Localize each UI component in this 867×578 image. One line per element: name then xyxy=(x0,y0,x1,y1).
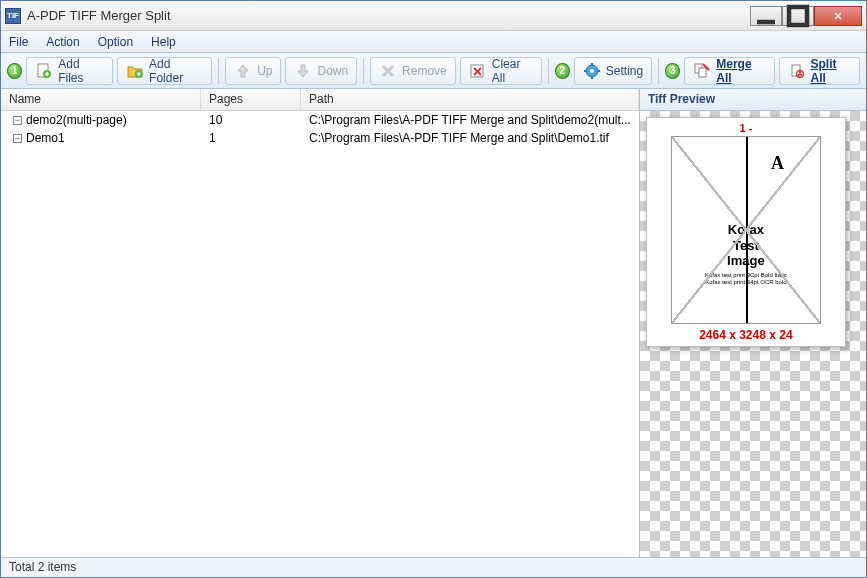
maximize-button[interactable] xyxy=(782,6,814,26)
collapse-icon[interactable]: − xyxy=(13,134,22,143)
preview-letter: A xyxy=(771,153,784,174)
preview-card: 1 - A KofaxTestImage Kofax test print 3C… xyxy=(646,117,846,347)
status-bar: Total 2 items xyxy=(1,557,866,577)
menu-file[interactable]: File xyxy=(9,35,28,49)
menu-action[interactable]: Action xyxy=(46,35,79,49)
preview-divider xyxy=(746,137,748,323)
merge-icon xyxy=(693,62,711,80)
preview-small-text: Kofax test print 3Cpi Bold ItalicKofax t… xyxy=(676,272,816,286)
cell-path: C:\Program Files\A-PDF TIFF Merge and Sp… xyxy=(301,112,639,128)
add-folder-icon xyxy=(126,62,144,80)
cell-name: demo2(multi-page) xyxy=(26,113,127,127)
arrow-up-icon xyxy=(234,62,252,80)
status-text: Total 2 items xyxy=(9,560,76,574)
preview-panel: Tiff Preview 1 - A KofaxTestImage Kofax … xyxy=(640,89,866,557)
step-3-badge: 3 xyxy=(665,63,680,79)
cell-path: C:\Program Files\A-PDF TIFF Merge and Sp… xyxy=(301,130,639,146)
remove-icon xyxy=(379,62,397,80)
arrow-down-icon xyxy=(294,62,312,80)
toolbar: 1 Add Files Add Folder Up Down Remove Cl… xyxy=(1,53,866,89)
title-bar: TIF A-PDF TIFF Merger Split xyxy=(1,1,866,31)
clear-all-label: Clear All xyxy=(492,57,533,85)
toolbar-separator xyxy=(658,58,659,84)
close-button[interactable] xyxy=(814,6,862,26)
table-row[interactable]: −Demo11C:\Program Files\A-PDF TIFF Merge… xyxy=(1,129,639,147)
step-2-badge: 2 xyxy=(555,63,570,79)
setting-label: Setting xyxy=(606,64,643,78)
menu-option[interactable]: Option xyxy=(98,35,133,49)
preview-title: Tiff Preview xyxy=(640,89,866,111)
app-icon: TIF xyxy=(5,8,21,24)
cell-pages: 10 xyxy=(201,112,301,128)
split-icon xyxy=(788,62,806,80)
add-file-icon xyxy=(35,62,53,80)
add-files-label: Add Files xyxy=(58,57,104,85)
svg-rect-23 xyxy=(699,68,706,77)
remove-label: Remove xyxy=(402,64,447,78)
svg-point-17 xyxy=(590,69,594,73)
collapse-icon[interactable]: − xyxy=(13,116,22,125)
step-1-badge: 1 xyxy=(7,63,22,79)
column-header-pages[interactable]: Pages xyxy=(201,89,301,110)
clear-all-button[interactable]: Clear All xyxy=(460,57,542,85)
add-folder-label: Add Folder xyxy=(149,57,203,85)
move-down-button[interactable]: Down xyxy=(285,57,357,85)
table-row[interactable]: −demo2(multi-page)10C:\Program Files\A-P… xyxy=(1,111,639,129)
down-label: Down xyxy=(317,64,348,78)
column-header-name[interactable]: Name xyxy=(1,89,201,110)
file-list-panel: Name Pages Path −demo2(multi-page)10C:\P… xyxy=(1,89,640,557)
add-files-button[interactable]: Add Files xyxy=(26,57,113,85)
menu-bar: File Action Option Help xyxy=(1,31,866,53)
column-header-path[interactable]: Path xyxy=(301,89,639,110)
clear-all-icon xyxy=(469,62,487,80)
split-all-button[interactable]: Split All xyxy=(779,57,860,85)
toolbar-separator xyxy=(363,58,364,84)
menu-help[interactable]: Help xyxy=(151,35,176,49)
merge-all-label: Merge All xyxy=(716,57,765,85)
preview-page-label: 1 - xyxy=(739,122,752,134)
cell-name: Demo1 xyxy=(26,131,65,145)
toolbar-separator xyxy=(218,58,219,84)
preview-dimensions: 2464 x 3248 x 24 xyxy=(699,328,792,342)
split-all-label: Split All xyxy=(811,57,851,85)
preview-doc-text: KofaxTestImage xyxy=(672,222,820,269)
window-controls xyxy=(750,6,862,26)
cell-pages: 1 xyxy=(201,130,301,146)
up-label: Up xyxy=(257,64,272,78)
grid-header: Name Pages Path xyxy=(1,89,639,111)
remove-button[interactable]: Remove xyxy=(370,57,456,85)
work-area: Name Pages Path −demo2(multi-page)10C:\P… xyxy=(1,89,866,557)
add-folder-button[interactable]: Add Folder xyxy=(117,57,212,85)
grid-body[interactable]: −demo2(multi-page)10C:\Program Files\A-P… xyxy=(1,111,639,557)
svg-rect-1 xyxy=(789,7,807,25)
setting-button[interactable]: Setting xyxy=(574,57,652,85)
window-title: A-PDF TIFF Merger Split xyxy=(27,8,750,23)
toolbar-separator xyxy=(548,58,549,84)
preview-body: 1 - A KofaxTestImage Kofax test print 3C… xyxy=(640,111,866,557)
minimize-button[interactable] xyxy=(750,6,782,26)
move-up-button[interactable]: Up xyxy=(225,57,281,85)
preview-image[interactable]: A KofaxTestImage Kofax test print 3Cpi B… xyxy=(671,136,821,324)
gear-icon xyxy=(583,62,601,80)
merge-all-button[interactable]: Merge All xyxy=(684,57,774,85)
